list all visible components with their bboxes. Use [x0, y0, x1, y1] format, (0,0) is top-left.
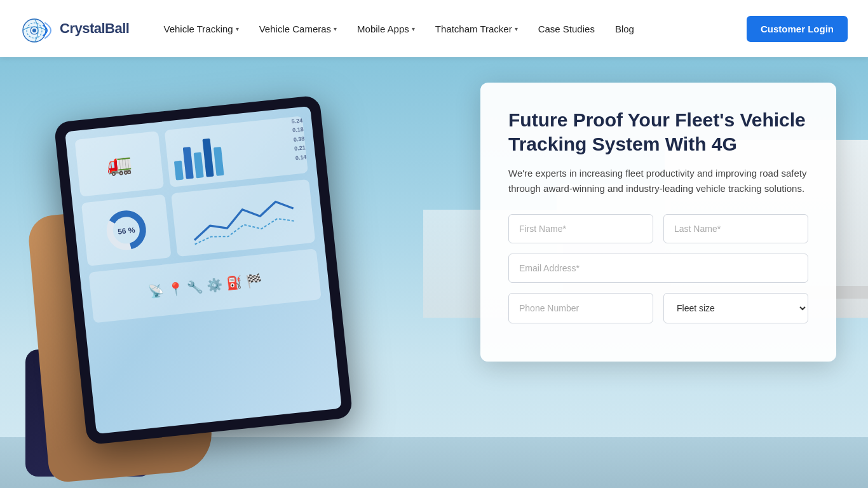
form-description: We're experts in increasing fleet produc…	[508, 166, 808, 196]
phone-fleet-row: Fleet size 1-5 6-10 11-25 26-50 51-100 1…	[508, 293, 808, 323]
chevron-down-icon: ▾	[515, 25, 518, 32]
nav-item-blog[interactable]: Blog	[606, 18, 643, 39]
nav-item-mobile-apps[interactable]: Mobile Apps ▾	[348, 18, 424, 39]
hero-section: 🚛 56 %	[0, 57, 868, 488]
email-row	[508, 254, 808, 283]
nav-item-case-studies[interactable]: Case Studies	[529, 18, 604, 39]
last-name-input[interactable]	[663, 214, 808, 243]
nav-item-vehicle-tracking[interactable]: Vehicle Tracking ▾	[154, 18, 247, 39]
hero-form-card: Future Proof Your Fleet's Vehicle Tracki…	[480, 83, 836, 362]
chevron-down-icon: ▾	[412, 25, 415, 32]
name-row	[508, 214, 808, 243]
header: CrystalBall Vehicle Tracking ▾ Vehicle C…	[0, 0, 868, 57]
logo[interactable]: CrystalBall	[20, 11, 129, 46]
phone-input[interactable]	[508, 293, 653, 323]
chevron-down-icon: ▾	[334, 25, 337, 32]
form-title: Future Proof Your Fleet's Vehicle Tracki…	[508, 108, 808, 156]
main-nav: Vehicle Tracking ▾ Vehicle Cameras ▾ Mob…	[154, 18, 642, 39]
chevron-down-icon: ▾	[236, 25, 239, 32]
nav-item-thatcham-tracker[interactable]: Thatcham Tracker ▾	[426, 18, 527, 39]
nav-item-vehicle-cameras[interactable]: Vehicle Cameras ▾	[250, 18, 346, 39]
customer-login-button[interactable]: Customer Login	[747, 16, 848, 42]
svg-text:56 %: 56 %	[118, 226, 136, 236]
first-name-input[interactable]	[508, 214, 653, 243]
fleet-size-select[interactable]: Fleet size 1-5 6-10 11-25 26-50 51-100 1…	[663, 293, 808, 323]
svg-point-3	[32, 29, 36, 32]
tablet-illustration: 🚛 56 %	[13, 89, 407, 477]
logo-text: CrystalBall	[60, 20, 129, 37]
email-input[interactable]	[508, 254, 808, 283]
